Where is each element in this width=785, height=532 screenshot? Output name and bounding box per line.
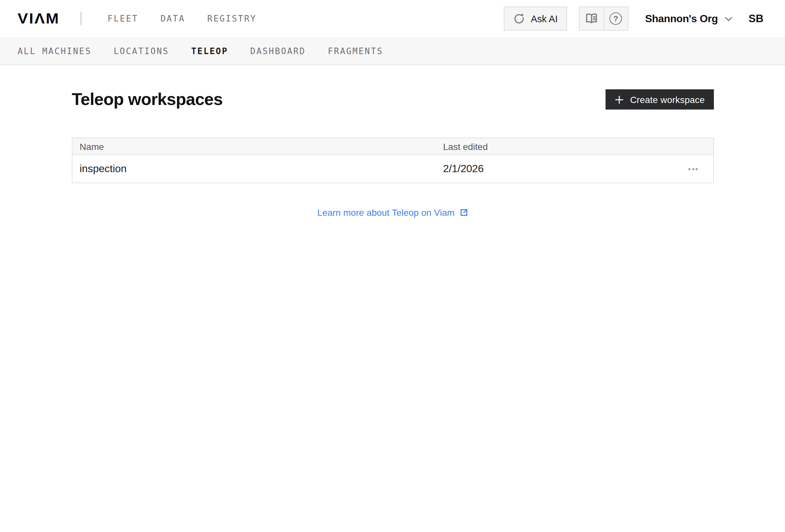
tab-dashboard[interactable]: DASHBOARD — [250, 46, 306, 56]
viam-app: VIΛM FLEET DATA REGISTRY Ask AI — [0, 0, 785, 532]
help-button[interactable]: ? — [603, 7, 627, 30]
org-name: Shannon's Org — [645, 13, 718, 24]
workspace-name-cell: inspection — [72, 163, 443, 175]
create-workspace-button[interactable]: Create workspace — [605, 89, 714, 109]
learn-more-link[interactable]: Learn more about Teleop on Viam — [318, 207, 469, 218]
ask-ai-sparkle-icon — [512, 12, 525, 25]
page-header: Teleop workspaces Create workspace — [72, 89, 714, 109]
ellipsis-icon — [688, 168, 698, 170]
column-header-name: Name — [72, 141, 443, 152]
plus-icon — [614, 95, 624, 104]
chevron-down-icon — [724, 16, 733, 21]
learn-more-label: Learn more about Teleop on Viam — [318, 207, 455, 218]
utility-button-group: ? — [579, 6, 628, 31]
ask-ai-button[interactable]: Ask AI — [503, 6, 567, 31]
org-switcher[interactable]: Shannon's Org — [645, 13, 733, 24]
workspaces-table: Name Last edited inspection 2/1/2026 — [72, 138, 714, 183]
create-workspace-label: Create workspace — [630, 94, 705, 105]
external-link-icon — [459, 208, 468, 217]
workspace-last-edited-cell: 2/1/2026 — [443, 163, 682, 175]
documentation-button[interactable] — [579, 7, 603, 30]
ask-ai-label: Ask AI — [531, 14, 558, 24]
header-right: Ask AI ? Shannon's Org — [503, 6, 763, 31]
table-header-row: Name Last edited — [72, 138, 713, 155]
nav-item-registry[interactable]: REGISTRY — [207, 14, 256, 24]
page-title: Teleop workspaces — [72, 89, 223, 109]
primary-nav: FLEET DATA REGISTRY — [108, 14, 257, 24]
tab-fragments[interactable]: FRAGMENTS — [328, 46, 383, 56]
tab-locations[interactable]: LOCATIONS — [113, 46, 169, 56]
nav-item-data[interactable]: DATA — [160, 14, 185, 24]
tab-teleop[interactable]: TELEOP — [191, 46, 228, 56]
main-content: Teleop workspaces Create workspace Name … — [0, 65, 785, 218]
top-header: VIΛM FLEET DATA REGISTRY Ask AI — [0, 0, 785, 37]
learn-more-row: Learn more about Teleop on Viam — [72, 207, 714, 218]
column-header-last-edited: Last edited — [443, 141, 682, 152]
row-menu-button[interactable] — [686, 165, 700, 172]
header-divider — [80, 12, 81, 25]
table-row-inspection[interactable]: inspection 2/1/2026 — [72, 155, 713, 183]
tab-all-machines[interactable]: ALL MACHINES — [18, 46, 91, 56]
viam-logo[interactable]: VIΛM — [18, 11, 60, 26]
nav-item-fleet[interactable]: FLEET — [108, 14, 138, 24]
question-circle-icon: ? — [609, 12, 622, 25]
user-avatar[interactable]: SB — [749, 12, 763, 25]
fleet-subnav: ALL MACHINES LOCATIONS TELEOP DASHBOARD … — [0, 37, 785, 65]
open-book-icon — [584, 12, 598, 25]
